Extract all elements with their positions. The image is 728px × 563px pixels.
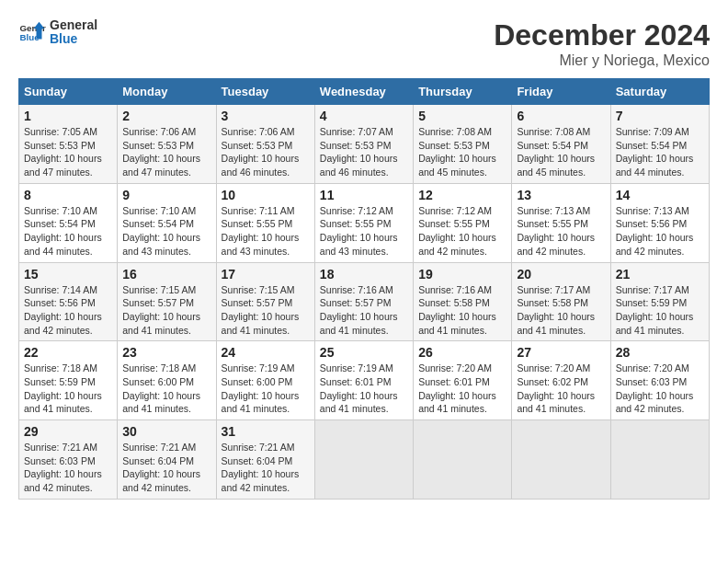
day-info: Sunrise: 7:08 AMSunset: 5:54 PMDaylight:… (517, 126, 595, 178)
day-info: Sunrise: 7:15 AMSunset: 5:57 PMDaylight:… (222, 284, 300, 336)
day-number: 14 (616, 188, 704, 202)
day-info: Sunrise: 7:16 AMSunset: 5:57 PMDaylight:… (320, 284, 398, 336)
day-header-sunday: Sunday (19, 79, 118, 105)
day-info: Sunrise: 7:06 AMSunset: 5:53 PMDaylight:… (222, 126, 300, 178)
calendar-cell: 19Sunrise: 7:16 AMSunset: 5:58 PMDayligh… (414, 262, 512, 341)
day-number: 5 (418, 109, 506, 123)
day-number: 24 (222, 345, 310, 360)
calendar-cell: 26Sunrise: 7:20 AMSunset: 6:01 PMDayligh… (414, 341, 512, 420)
day-number: 11 (320, 188, 408, 202)
calendar-cell: 27Sunrise: 7:20 AMSunset: 6:02 PMDayligh… (512, 341, 610, 420)
calendar-cell: 13Sunrise: 7:13 AMSunset: 5:55 PMDayligh… (512, 183, 610, 262)
day-header-friday: Friday (512, 79, 610, 105)
month-title: December 2024 (494, 18, 710, 52)
calendar-cell: 30Sunrise: 7:21 AMSunset: 6:04 PMDayligh… (118, 420, 216, 500)
day-number: 27 (517, 345, 605, 360)
calendar-cell (610, 420, 709, 500)
day-header-tuesday: Tuesday (216, 79, 314, 105)
day-number: 18 (320, 267, 408, 282)
calendar-cell: 25Sunrise: 7:19 AMSunset: 6:01 PMDayligh… (314, 341, 413, 420)
day-number: 20 (517, 267, 605, 282)
calendar-cell (512, 420, 610, 500)
day-info: Sunrise: 7:21 AMSunset: 6:04 PMDaylight:… (222, 442, 300, 493)
calendar-cell: 12Sunrise: 7:12 AMSunset: 5:55 PMDayligh… (414, 183, 512, 262)
day-number: 15 (24, 267, 112, 282)
day-number: 31 (222, 424, 310, 439)
calendar-cell (414, 420, 512, 500)
day-info: Sunrise: 7:19 AMSunset: 6:01 PMDaylight:… (320, 362, 398, 414)
day-info: Sunrise: 7:20 AMSunset: 6:03 PMDaylight:… (616, 362, 694, 414)
title-block: December 2024 Mier y Noriega, Mexico (494, 18, 710, 69)
location-title: Mier y Noriega, Mexico (494, 52, 710, 69)
day-info: Sunrise: 7:10 AMSunset: 5:54 PMDaylight:… (122, 205, 200, 257)
calendar-cell: 7Sunrise: 7:09 AMSunset: 5:54 PMDaylight… (610, 105, 709, 184)
day-number: 7 (616, 109, 704, 123)
calendar-cell: 24Sunrise: 7:19 AMSunset: 6:00 PMDayligh… (216, 341, 314, 420)
day-info: Sunrise: 7:20 AMSunset: 6:01 PMDaylight:… (418, 362, 496, 414)
calendar-cell: 16Sunrise: 7:15 AMSunset: 5:57 PMDayligh… (118, 262, 216, 341)
day-number: 19 (418, 267, 506, 282)
day-header-thursday: Thursday (414, 79, 512, 105)
day-info: Sunrise: 7:12 AMSunset: 5:55 PMDaylight:… (418, 205, 496, 257)
day-number: 16 (122, 267, 210, 282)
calendar-cell: 10Sunrise: 7:11 AMSunset: 5:55 PMDayligh… (216, 183, 314, 262)
calendar-cell: 3Sunrise: 7:06 AMSunset: 5:53 PMDaylight… (216, 105, 314, 184)
day-info: Sunrise: 7:21 AMSunset: 6:03 PMDaylight:… (24, 442, 102, 493)
calendar-cell: 18Sunrise: 7:16 AMSunset: 5:57 PMDayligh… (314, 262, 413, 341)
logo-line2: Blue (50, 32, 97, 46)
calendar-cell: 14Sunrise: 7:13 AMSunset: 5:56 PMDayligh… (610, 183, 709, 262)
day-info: Sunrise: 7:16 AMSunset: 5:58 PMDaylight:… (418, 284, 496, 336)
day-info: Sunrise: 7:07 AMSunset: 5:53 PMDaylight:… (320, 126, 398, 178)
day-number: 17 (222, 267, 310, 282)
day-number: 4 (320, 109, 408, 123)
calendar-week-row: 8Sunrise: 7:10 AMSunset: 5:54 PMDaylight… (19, 183, 710, 262)
calendar-cell: 2Sunrise: 7:06 AMSunset: 5:53 PMDaylight… (118, 105, 216, 184)
day-number: 28 (616, 345, 704, 360)
day-info: Sunrise: 7:20 AMSunset: 6:02 PMDaylight:… (517, 362, 595, 414)
logo-line1: General (50, 18, 97, 32)
calendar-cell: 28Sunrise: 7:20 AMSunset: 6:03 PMDayligh… (610, 341, 709, 420)
page-header: General Blue General Blue December 2024 … (18, 18, 710, 69)
day-number: 2 (122, 109, 210, 123)
calendar-week-row: 29Sunrise: 7:21 AMSunset: 6:03 PMDayligh… (19, 420, 710, 500)
day-number: 12 (418, 188, 506, 202)
day-info: Sunrise: 7:13 AMSunset: 5:56 PMDaylight:… (616, 205, 694, 257)
day-number: 1 (24, 109, 112, 123)
logo: General Blue General Blue (18, 18, 97, 47)
calendar-cell: 29Sunrise: 7:21 AMSunset: 6:03 PMDayligh… (19, 420, 118, 500)
calendar-table: SundayMondayTuesdayWednesdayThursdayFrid… (18, 78, 710, 500)
day-header-wednesday: Wednesday (314, 79, 413, 105)
day-header-monday: Monday (118, 79, 216, 105)
day-number: 8 (24, 188, 112, 202)
logo-icon: General Blue (18, 18, 46, 46)
day-info: Sunrise: 7:06 AMSunset: 5:53 PMDaylight:… (122, 126, 200, 178)
day-number: 3 (222, 109, 310, 123)
day-header-saturday: Saturday (610, 79, 709, 105)
calendar-cell: 22Sunrise: 7:18 AMSunset: 5:59 PMDayligh… (19, 341, 118, 420)
day-info: Sunrise: 7:18 AMSunset: 5:59 PMDaylight:… (24, 362, 102, 414)
calendar-cell: 17Sunrise: 7:15 AMSunset: 5:57 PMDayligh… (216, 262, 314, 341)
calendar-week-row: 15Sunrise: 7:14 AMSunset: 5:56 PMDayligh… (19, 262, 710, 341)
day-number: 22 (24, 345, 112, 360)
calendar-header-row: SundayMondayTuesdayWednesdayThursdayFrid… (19, 79, 710, 105)
day-info: Sunrise: 7:12 AMSunset: 5:55 PMDaylight:… (320, 205, 398, 257)
calendar-cell: 23Sunrise: 7:18 AMSunset: 6:00 PMDayligh… (118, 341, 216, 420)
day-info: Sunrise: 7:11 AMSunset: 5:55 PMDaylight:… (222, 205, 300, 257)
day-info: Sunrise: 7:08 AMSunset: 5:53 PMDaylight:… (418, 126, 496, 178)
calendar-cell: 1Sunrise: 7:05 AMSunset: 5:53 PMDaylight… (19, 105, 118, 184)
calendar-cell: 21Sunrise: 7:17 AMSunset: 5:59 PMDayligh… (610, 262, 709, 341)
day-info: Sunrise: 7:09 AMSunset: 5:54 PMDaylight:… (616, 126, 694, 178)
calendar-cell: 15Sunrise: 7:14 AMSunset: 5:56 PMDayligh… (19, 262, 118, 341)
calendar-week-row: 22Sunrise: 7:18 AMSunset: 5:59 PMDayligh… (19, 341, 710, 420)
day-number: 21 (616, 267, 704, 282)
day-info: Sunrise: 7:17 AMSunset: 5:58 PMDaylight:… (517, 284, 595, 336)
calendar-cell: 8Sunrise: 7:10 AMSunset: 5:54 PMDaylight… (19, 183, 118, 262)
calendar-cell: 20Sunrise: 7:17 AMSunset: 5:58 PMDayligh… (512, 262, 610, 341)
day-number: 30 (122, 424, 210, 439)
day-number: 23 (122, 345, 210, 360)
calendar-cell: 11Sunrise: 7:12 AMSunset: 5:55 PMDayligh… (314, 183, 413, 262)
day-number: 13 (517, 188, 605, 202)
day-info: Sunrise: 7:17 AMSunset: 5:59 PMDaylight:… (616, 284, 694, 336)
day-info: Sunrise: 7:15 AMSunset: 5:57 PMDaylight:… (122, 284, 200, 336)
calendar-cell (314, 420, 413, 500)
